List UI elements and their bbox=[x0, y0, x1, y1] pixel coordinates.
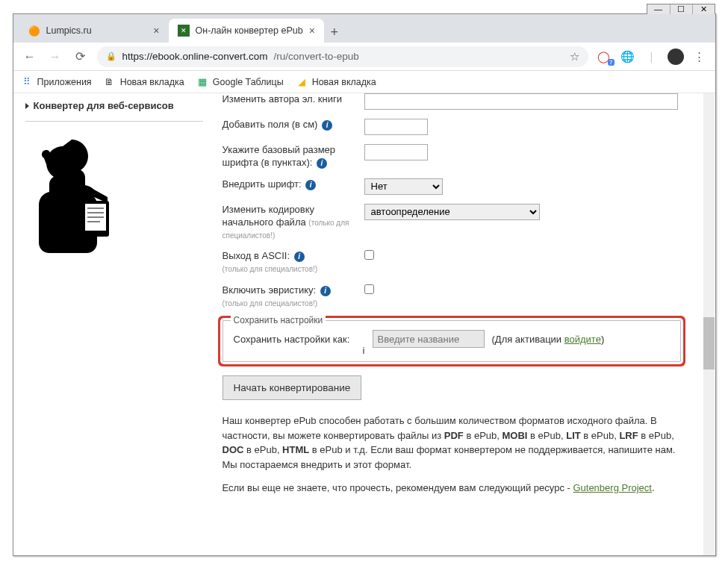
tab-close-icon[interactable]: × bbox=[153, 25, 159, 37]
fieldset-legend: Сохранить настройки bbox=[231, 315, 326, 325]
bookmark-item[interactable]: 🗎 Новая вкладка bbox=[104, 76, 184, 88]
main-form: Изменить автора эл. книги Добавить поля … bbox=[215, 93, 715, 555]
sidebar-divider bbox=[25, 121, 203, 122]
info-icon[interactable]: i bbox=[305, 180, 316, 190]
new-tab-button[interactable]: + bbox=[324, 22, 345, 43]
info-icon[interactable]: i bbox=[317, 158, 327, 169]
tab-favicon: ✕ bbox=[178, 25, 190, 37]
sheets-icon: ▦ bbox=[196, 76, 208, 88]
tabstrip: 🟠 Lumpics.ru × ✕ Он-лайн конвертер ePub … bbox=[13, 14, 715, 43]
divider: | bbox=[644, 50, 660, 63]
tab-converter[interactable]: ✕ Он-лайн конвертер ePub × bbox=[169, 19, 324, 43]
profile-avatar[interactable] bbox=[668, 49, 684, 65]
sidebar-item-web-converter[interactable]: Конвертер для веб-сервисов bbox=[25, 98, 203, 113]
reload-button[interactable]: ⟳ bbox=[72, 49, 90, 63]
gutenberg-link[interactable]: Gutenberg Project bbox=[573, 482, 652, 493]
bookmarks-bar: ⠿ Приложения 🗎 Новая вкладка ▦ Google Та… bbox=[13, 71, 715, 93]
tab-title: Lumpics.ru bbox=[46, 25, 92, 36]
scrollbar-thumb[interactable] bbox=[703, 317, 715, 369]
apps-button[interactable]: ⠿ Приложения bbox=[21, 76, 92, 88]
back-button[interactable]: ← bbox=[21, 50, 39, 63]
label-heuristic: Включить эвристику: i(только для специал… bbox=[223, 284, 364, 310]
ascii-checkbox[interactable] bbox=[364, 250, 374, 260]
login-link[interactable]: войдите bbox=[564, 334, 601, 345]
tab-favicon: 🟠 bbox=[28, 25, 40, 37]
menu-button[interactable]: ⋮ bbox=[691, 50, 708, 63]
label-author: Изменить автора эл. книги bbox=[223, 93, 364, 106]
label-ascii: Выход в ASCII: i(только для специалистов… bbox=[223, 250, 364, 275]
description-text: Наш конвертер ePub способен работать с б… bbox=[223, 414, 681, 496]
tab-title: Он-лайн конвертер ePub bbox=[196, 25, 303, 36]
lock-icon: 🔒 bbox=[106, 52, 116, 61]
extension-opera-icon[interactable]: ◯ bbox=[596, 50, 612, 63]
label-margins: Добавить поля (в см) i bbox=[223, 119, 364, 131]
margins-input[interactable] bbox=[364, 119, 428, 135]
save-settings-fieldset: Сохранить настройки Сохранить настройки … bbox=[223, 320, 681, 362]
info-icon[interactable]: i bbox=[320, 286, 331, 296]
forward-button[interactable]: → bbox=[46, 50, 64, 63]
translate-globe-icon[interactable]: 🌐 bbox=[620, 50, 636, 63]
url-path: /ru/convert-to-epub bbox=[274, 51, 359, 62]
bookmark-item[interactable]: ▦ Google Таблицы bbox=[196, 76, 284, 88]
toolbar: ← → ⟳ 🔒 https://ebook.online-convert.com… bbox=[13, 43, 715, 71]
minimize-button[interactable]: — bbox=[647, 4, 670, 14]
tab-close-icon[interactable]: × bbox=[309, 25, 315, 37]
apps-grid-icon: ⠿ bbox=[21, 76, 33, 88]
basefont-input[interactable] bbox=[364, 144, 428, 160]
label-encoding: Изменить кодировку начального файла (тол… bbox=[223, 204, 364, 242]
tab-lumpics[interactable]: 🟠 Lumpics.ru × bbox=[19, 19, 169, 43]
page-icon: 🗎 bbox=[104, 76, 116, 88]
embed-font-select[interactable]: Нет bbox=[364, 178, 443, 195]
url-host: https://ebook.online-convert.com bbox=[122, 51, 268, 62]
save-name-input[interactable] bbox=[373, 330, 485, 348]
info-icon[interactable]: i bbox=[322, 120, 332, 131]
save-label: Сохранить настройки как:i bbox=[234, 334, 368, 345]
close-button[interactable]: ✕ bbox=[692, 4, 715, 14]
sidebar: Видеоконвертер Конвертер для веб-сервисо… bbox=[13, 93, 215, 555]
window-controls: — ☐ ✕ bbox=[647, 4, 715, 14]
heuristic-checkbox[interactable] bbox=[364, 284, 374, 294]
author-input[interactable] bbox=[364, 93, 678, 110]
encoding-select[interactable]: автоопределение bbox=[364, 204, 540, 220]
label-embed-font: Внедрить шрифт: i bbox=[223, 178, 364, 191]
maximize-button[interactable]: ☐ bbox=[670, 4, 692, 14]
address-bar[interactable]: 🔒 https://ebook.online-convert.com/ru/co… bbox=[97, 46, 588, 67]
page-content: Видеоконвертер Конвертер для веб-сервисо… bbox=[13, 93, 715, 555]
reader-silhouette-image bbox=[25, 135, 130, 255]
label-basefont: Укажите базовый размер шрифта (в пунктах… bbox=[223, 144, 364, 169]
info-icon[interactable]: i bbox=[294, 252, 305, 262]
bookmark-item[interactable]: ◢ Новая вкладка bbox=[296, 76, 376, 88]
convert-button[interactable]: Начать конвертирование bbox=[223, 375, 362, 400]
save-hint: (Для активации войдите) bbox=[492, 334, 605, 345]
bookmark-star-icon[interactable]: ☆ bbox=[570, 50, 579, 63]
info-icon[interactable]: i bbox=[363, 345, 365, 356]
page-icon: ◢ bbox=[296, 76, 308, 88]
